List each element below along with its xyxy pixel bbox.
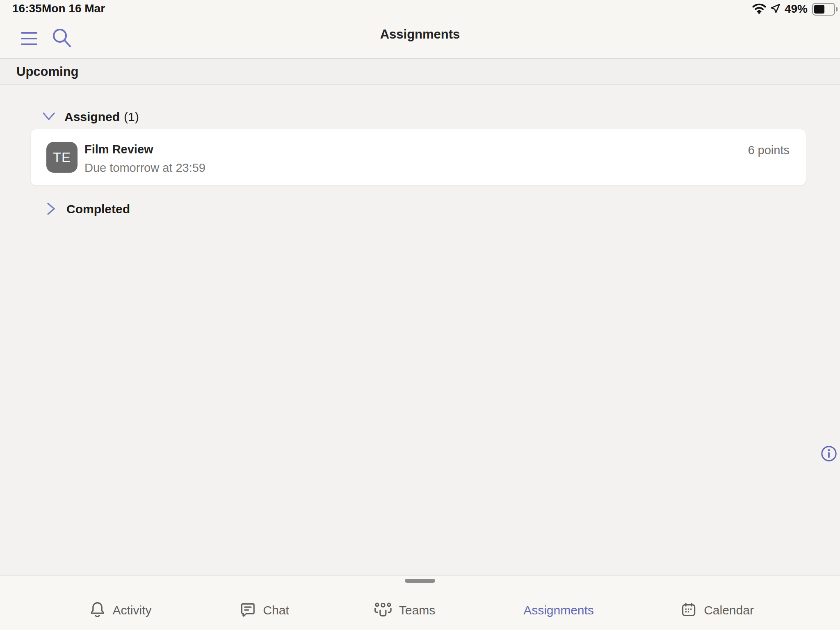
battery-tip: [836, 7, 838, 11]
assignments-content: Assigned (1) TE Film Review Due tomorrow…: [0, 85, 840, 575]
upcoming-section-bar: Upcoming: [0, 58, 840, 85]
nav-tab-activity[interactable]: Activity: [89, 599, 151, 622]
people-icon: [374, 601, 393, 620]
nav-tab-calendar[interactable]: Calendar: [680, 599, 754, 622]
battery-percent: 49%: [785, 2, 808, 16]
assignment-due-date: Due tomorrow at 23:59: [84, 161, 205, 175]
teams-app-screen: 16:35 Mon 16 Mar 49%: [0, 0, 840, 630]
chevron-right-icon: [46, 202, 56, 217]
location-icon: [770, 3, 781, 16]
drag-handle[interactable]: [405, 579, 435, 583]
assigned-group-count: (1): [124, 110, 139, 124]
upcoming-label: Upcoming: [16, 64, 79, 79]
status-bar: 16:35 Mon 16 Mar 49%: [0, 0, 840, 17]
avatar-initials: TE: [53, 150, 71, 165]
nav-label-activity: Activity: [112, 603, 151, 617]
calendar-icon: [680, 601, 697, 620]
bell-icon: [89, 600, 106, 621]
assignment-avatar: TE: [46, 142, 78, 173]
nav-tab-chat[interactable]: Chat: [239, 599, 289, 622]
info-button[interactable]: [819, 445, 838, 463]
page-title: Assignments: [0, 27, 840, 42]
nav-label-calendar: Calendar: [704, 603, 754, 617]
nav-tab-teams[interactable]: Teams: [374, 599, 435, 622]
completed-group-toggle[interactable]: Completed: [46, 201, 130, 218]
status-indicators: 49%: [752, 2, 835, 16]
app-header: Assignments: [0, 17, 840, 58]
battery-icon: [812, 3, 835, 16]
chat-icon: [239, 601, 256, 620]
nav-label-chat: Chat: [263, 603, 289, 617]
completed-group-label: Completed: [66, 202, 130, 216]
battery-fill: [814, 5, 824, 14]
info-icon: [820, 445, 838, 463]
assigned-group-label: Assigned: [64, 110, 120, 124]
wifi-icon: [752, 3, 766, 16]
assignment-card[interactable]: TE Film Review Due tomorrow at 23:59 6 p…: [31, 129, 806, 185]
assignment-points: 6 points: [748, 144, 790, 157]
nav-label-assignments: Assignments: [523, 603, 594, 617]
chevron-down-icon: [42, 112, 55, 123]
assignment-title: Film Review: [84, 143, 153, 156]
status-date: Mon 16 Mar: [42, 2, 105, 15]
status-time: 16:35: [12, 2, 42, 15]
assigned-group-toggle[interactable]: Assigned (1): [42, 108, 139, 126]
nav-tab-assignments[interactable]: Assignments: [523, 599, 594, 622]
nav-label-teams: Teams: [399, 603, 435, 617]
